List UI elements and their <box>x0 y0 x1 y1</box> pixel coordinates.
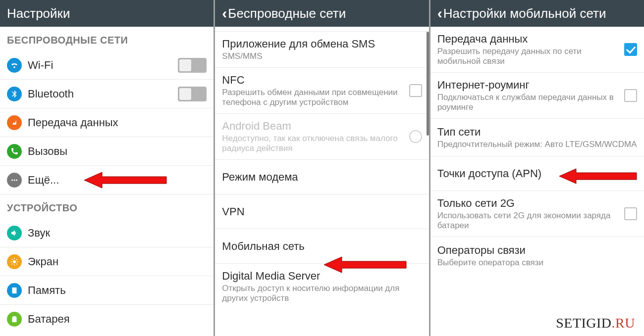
checkbox-mobile-data[interactable] <box>624 43 637 56</box>
label-nfc: NFC <box>222 74 409 87</box>
sub-mobile-data: Разрешить передачу данных по сети мобиль… <box>437 47 624 66</box>
back-icon[interactable]: ‹ <box>437 6 442 21</box>
label-roaming: Интернет-роуминг <box>437 79 624 92</box>
sub-roaming: Подключаться к службам передачи данных в… <box>437 93 624 112</box>
row-android-beam: Android Beam Недоступно, так как отключе… <box>215 114 429 160</box>
sub-only-2g: Использовать сети 2G для экономии заряда… <box>437 211 624 231</box>
title-wireless: Беспроводные сети <box>228 6 346 21</box>
label-battery: Батарея <box>28 313 207 326</box>
row-bluetooth[interactable]: Bluetooth <box>0 80 214 108</box>
row-sound[interactable]: Звук <box>0 219 214 247</box>
wifi-icon <box>7 58 22 73</box>
watermark: SETIGID.RU <box>556 315 635 331</box>
label-apn: Точки доступа (APN) <box>437 167 637 180</box>
panel-wireless: ‹ Беспроводные сети Приложение для обмен… <box>214 0 429 336</box>
label-only-2g: Только сети 2G <box>437 197 624 210</box>
svg-point-0 <box>11 179 13 181</box>
svg-point-1 <box>14 179 15 181</box>
header-wireless[interactable]: ‹ Беспроводные сети <box>215 0 429 27</box>
label-data-usage: Передача данных <box>28 116 207 129</box>
row-screen[interactable]: Экран <box>0 247 214 276</box>
row-sms-app[interactable]: Приложение для обмена SMS SMS/MMS <box>215 32 429 68</box>
checkbox-roaming[interactable] <box>624 89 637 102</box>
section-device: УСТРОЙСТВО <box>0 194 214 219</box>
title-mobile-settings: Настройки мобильной сети <box>443 6 606 21</box>
header-settings: Настройки <box>0 0 214 27</box>
row-data-usage[interactable]: Передача данных <box>0 108 214 137</box>
row-wifi[interactable]: Wi-Fi <box>0 51 214 80</box>
row-dms[interactable]: Digital Media Server Открыть доступ к но… <box>215 264 429 309</box>
row-network-type[interactable]: Тип сети Предпочтительный режим: Авто LT… <box>430 119 644 156</box>
back-icon[interactable]: ‹ <box>222 6 227 21</box>
panel-mobile-settings: ‹ Настройки мобильной сети Передача данн… <box>429 0 644 336</box>
toggle-bluetooth[interactable] <box>178 87 207 101</box>
row-more[interactable]: Ещё... <box>0 166 214 194</box>
header-mobile-settings[interactable]: ‹ Настройки мобильной сети <box>430 0 644 27</box>
toggle-wifi[interactable] <box>178 58 207 73</box>
row-mobile-data[interactable]: Передача данных Разрешить передачу данны… <box>430 27 644 73</box>
data-usage-icon <box>7 115 22 130</box>
label-calls: Вызовы <box>28 145 207 158</box>
watermark-b: .RU <box>612 315 635 331</box>
label-more: Ещё... <box>28 174 207 187</box>
brightness-icon <box>7 254 22 269</box>
label-dms: Digital Media Server <box>222 270 422 283</box>
sub-nfc: Разрешить обмен данными при совмещении т… <box>222 88 409 107</box>
row-only-2g[interactable]: Только сети 2G Использовать сети 2G для … <box>430 191 644 237</box>
checkbox-only-2g[interactable] <box>624 207 637 220</box>
label-operators: Операторы связи <box>437 244 637 257</box>
row-tethering[interactable]: Режим модема <box>215 160 429 194</box>
label-mobile-data: Передача данных <box>437 33 624 46</box>
label-mobile-network: Мобильная сеть <box>222 240 422 253</box>
sub-dms: Открыть доступ к носителю информации для… <box>222 284 422 303</box>
title-settings: Настройки <box>7 6 70 21</box>
label-sms-app: Приложение для обмена SMS <box>222 38 422 50</box>
row-battery[interactable]: Батарея <box>0 305 214 334</box>
sub-network-type: Предпочтительный режим: Авто LTE/GSM/WCD… <box>437 140 637 149</box>
section-wireless: БЕСПРОВОДНЫЕ СЕТИ <box>0 27 214 51</box>
label-vpn: VPN <box>222 205 422 218</box>
checkbox-nfc[interactable] <box>409 84 422 97</box>
radio-android-beam <box>409 130 422 143</box>
row-mobile-network[interactable]: Мобильная сеть <box>215 229 429 264</box>
more-icon <box>7 173 22 188</box>
row-memory[interactable]: Память <box>0 276 214 305</box>
storage-icon <box>7 283 22 298</box>
row-calls[interactable]: Вызовы <box>0 137 214 166</box>
panel-settings: Настройки БЕСПРОВОДНЫЕ СЕТИ Wi-Fi Blueto… <box>0 0 214 336</box>
watermark-a: SETIGID <box>556 315 611 331</box>
row-nfc[interactable]: NFC Разрешить обмен данными при совмещен… <box>215 68 429 114</box>
svg-point-3 <box>13 260 16 263</box>
row-apn[interactable]: Точки доступа (APN) <box>430 156 644 191</box>
phone-icon <box>7 144 22 159</box>
label-android-beam: Android Beam <box>222 120 409 133</box>
row-roaming[interactable]: Интернет-роуминг Подключаться к службам … <box>430 73 644 119</box>
label-wifi: Wi-Fi <box>28 59 178 72</box>
row-vpn[interactable]: VPN <box>215 194 429 229</box>
label-tethering: Режим модема <box>222 171 422 184</box>
battery-icon <box>7 312 22 327</box>
svg-point-2 <box>16 179 17 181</box>
sound-icon <box>7 226 22 240</box>
label-memory: Память <box>28 284 207 297</box>
sub-sms-app: SMS/MMS <box>222 51 422 61</box>
label-network-type: Тип сети <box>437 126 637 139</box>
sub-operators: Выберите оператора связи <box>437 258 637 268</box>
label-bluetooth: Bluetooth <box>28 88 178 100</box>
sub-android-beam: Недоступно, так как отключена связь мало… <box>222 134 409 153</box>
row-operators[interactable]: Операторы связи Выберите оператора связи <box>430 237 644 275</box>
label-sound: Звук <box>28 227 207 240</box>
label-screen: Экран <box>28 255 207 268</box>
bluetooth-icon <box>7 87 22 101</box>
